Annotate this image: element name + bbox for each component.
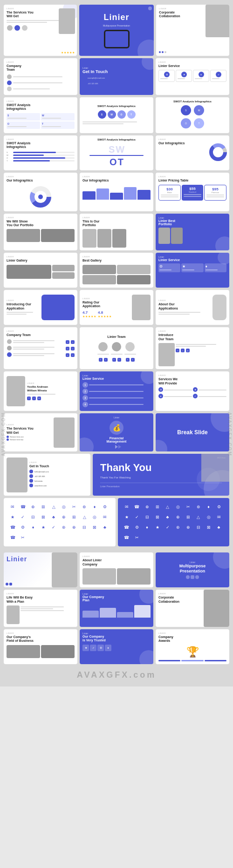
person-photo: [7, 376, 25, 406]
icon-item: ✂: [133, 533, 141, 542]
social-row: f t: [66, 353, 75, 357]
slide-about-linier: Linier About LinierCompany: [80, 552, 153, 587]
award-bar: [205, 660, 226, 661]
bar: [96, 188, 110, 200]
price-amount: $95: [206, 187, 224, 191]
text-line: [158, 312, 200, 313]
icon-item: ◎: [205, 513, 213, 521]
contact-text: +62 123 456: [88, 82, 98, 85]
icon-item: ⊞: [153, 503, 162, 511]
icon-item: ★: [39, 523, 48, 532]
slide-title: Introducing OurApplication: [7, 303, 40, 310]
trusted-icons: ★ ✓ ⚙ ♦: [82, 645, 151, 651]
social-icon: f: [112, 358, 116, 362]
slide-person1: Linier Yoollie AndreanWilliam Winata f t…: [4, 371, 77, 411]
swot-w: W: [116, 144, 124, 155]
gallery-image: [41, 229, 75, 242]
social-row: f t: [112, 358, 121, 362]
slide-icons-white: ✉ ☎ ⊕ ⊞ △ ◎ ✂ ⊛ ♦ ⚙ ★ ✓ ⊟ ⊠ ♣ ⊕ ⊞ △ ◎ ✉: [4, 498, 116, 546]
icon-item: ⊕: [143, 503, 151, 511]
slide-title: Best Gallery: [82, 259, 151, 262]
price-label: Standard: [184, 191, 201, 193]
bar-label: S: [7, 151, 12, 154]
swot-o: O: [110, 157, 117, 168]
social-row: f t: [66, 347, 75, 350]
service-icon: ♦: [199, 72, 204, 77]
text-line: [7, 118, 27, 119]
tablet-screen: [105, 31, 128, 47]
service-card: ✓: [210, 70, 226, 82]
bar-fill: [13, 157, 65, 159]
swot-cell-s: S: [7, 113, 40, 121]
swot-bars: S W O T: [7, 151, 75, 162]
contact-icon-web: [29, 484, 33, 487]
text-line: [21, 606, 64, 607]
slide-swot4: Linier SWOT AnalysisInfographics S W O T: [4, 135, 77, 170]
contact-row: Indonesia: [29, 479, 88, 483]
service-card: ★: [176, 70, 192, 82]
rating-1: 4.7 ★★★★★: [82, 310, 96, 318]
slide-title: Our Company'sField of Business: [7, 635, 75, 643]
text-lines: [7, 312, 40, 315]
numbered-item: 2: [82, 389, 151, 394]
financial-icon: 💰: [110, 421, 123, 435]
icon-item: ✉: [8, 503, 17, 511]
separator: [4, 549, 229, 552]
social-icon-fb: f: [66, 340, 69, 344]
service-icons: ⚙ ★ ♦ ✓: [158, 70, 226, 82]
text-line: [206, 195, 224, 195]
icon-item: ⊞: [184, 513, 192, 521]
slide-label: Linier: [7, 424, 52, 426]
rating-2: 4.8 ★★★★★: [98, 310, 112, 318]
text-line: [13, 347, 55, 348]
bar-label: O: [7, 157, 12, 159]
slide-label: Linier: [82, 297, 130, 300]
avatar: [7, 352, 12, 357]
num-badge: 3: [82, 395, 88, 401]
bullet-text: Service item one: [10, 436, 24, 438]
bar-track: [13, 155, 75, 156]
slide-title: SWOT AnalysisInfographics: [7, 141, 75, 149]
contact-phone: +62 123 456: [34, 475, 45, 478]
team-row: f t: [7, 339, 75, 344]
slide-title: Get In Touch: [29, 464, 88, 468]
slide-label: Linier: [7, 138, 75, 141]
contact-icon-email: [29, 470, 33, 473]
icon-item: ★: [8, 513, 17, 521]
icon-item: ⊕: [184, 523, 192, 532]
price-amount: $55: [184, 187, 201, 191]
service-icon: ★: [181, 72, 187, 77]
slide-title: Services WeWill Provide: [158, 377, 226, 385]
swot-circle-o: O: [117, 110, 126, 119]
app-text: Linier Introducing OurApplication: [7, 299, 40, 316]
slide-services-get: Linier The Services YouWill Get Service …: [4, 413, 77, 451]
trust-icon: ♦: [105, 645, 111, 651]
social-icon: f: [126, 358, 130, 362]
social-row: f t in: [27, 397, 75, 400]
icon-item: ⊕: [60, 513, 68, 521]
icon-item: ☎: [19, 503, 27, 511]
avatar: [7, 346, 12, 350]
text-line: [89, 397, 144, 398]
text-line: [27, 394, 55, 395]
slide-title: Linier Service: [158, 64, 226, 68]
award-bars: [158, 660, 226, 661]
slide-row-11: Linier Get In Touch hello@email.com +62 …: [4, 454, 229, 496]
text-line: [164, 390, 192, 390]
text-line: [7, 314, 27, 315]
avatar: [112, 342, 121, 351]
contact-row: www.linier.com: [29, 484, 88, 487]
icon-item: ⊛: [60, 523, 68, 532]
gallery-row: [7, 265, 75, 279]
gallery-grid: [82, 265, 151, 284]
service-card: ⚙: [158, 70, 175, 82]
text-lines: [158, 312, 211, 315]
slide-title: IntroduceOur Team: [158, 333, 226, 341]
swot-grid: S W O T: [7, 113, 75, 129]
bar-label: T: [7, 160, 12, 162]
slide-row-1b: Linier CompanyTeam Linier: [4, 58, 229, 95]
slide-row-15: Linier Our Company'sField of Business Li…: [4, 629, 229, 664]
contact-web: www.linier.com: [34, 484, 47, 487]
gallery-image: [82, 265, 116, 274]
slide-title: MultipurposePresentation: [179, 564, 206, 574]
